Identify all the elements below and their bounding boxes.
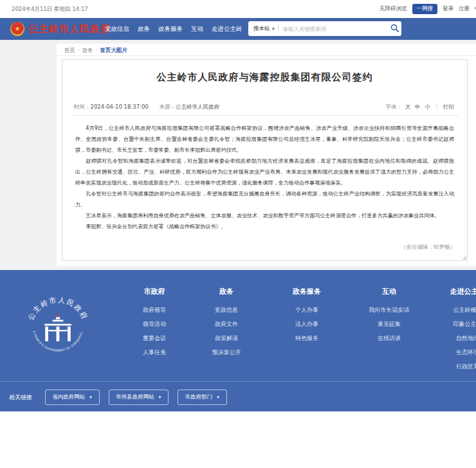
utility-bar: 2024年4月11日 星期四 14:17 无障碍浏览 一网搜 登录 注册 中国政… <box>0 0 476 18</box>
related-dropdown-county[interactable]: 市州县政府网站 ▼ <box>109 390 169 405</box>
article-title: 公主岭市人民政府与海露控股集团有限公司签约 <box>62 71 467 84</box>
meta-divider: | <box>435 104 437 110</box>
chevron-down-icon: ▼ <box>158 395 161 399</box>
footer-link[interactable]: 自然地理 <box>428 331 476 345</box>
article-paragraph: 4月9日，公主岭市人民政府与海露控股集团有限公司签署战略合作框架协议，围绕涉农产… <box>75 123 454 156</box>
site-footer: 公主岭市人民政府 THE PEOPLE'S GOVERNMENT OF GONG… <box>0 270 476 411</box>
breadcrumb-divider <box>57 55 476 56</box>
footer-link[interactable]: 特色服务 <box>267 331 347 345</box>
footer-link[interactable]: 领导活动 <box>114 317 194 331</box>
nav-item-govaffairs[interactable]: 政务 <box>138 25 150 33</box>
footer-link[interactable]: 印象公主岭 <box>428 317 476 331</box>
footer-column-title[interactable]: 互动 <box>349 287 429 296</box>
footer-column-title[interactable]: 市政府 <box>114 287 194 296</box>
footer-column-title[interactable]: 政务 <box>187 287 266 296</box>
breadcrumb: 首页·政务·首页大图片 <box>64 47 127 55</box>
related-links-row: 相关链接 省内政府网站 ▼ 市州县政府网站 ▼ 市政府部门 ▼ <box>9 384 227 410</box>
national-emblem-icon: ★ <box>10 22 24 36</box>
font-size-medium[interactable]: 中 <box>415 104 421 110</box>
publish-time: 2024-04-10 18:37:00 <box>91 104 149 110</box>
article-box: 公主岭市人民政府与海露控股集团有限公司签约 时间：2024-04-10 18:3… <box>62 59 468 261</box>
footer-link[interactable]: 政策解读 <box>187 331 266 345</box>
site-header: ★ 公主岭市人民政府 党政信息 政务 政务服务 互动 走进公主岭 搜本站 ▼ <box>0 18 476 40</box>
related-dropdown-provincial[interactable]: 省内政府网站 ▼ <box>45 390 100 405</box>
search-button[interactable] <box>387 21 401 36</box>
breadcrumb-section[interactable]: 政务 <box>82 47 93 53</box>
font-controls: 字体： 大 中 小 | 打印 <box>386 104 455 111</box>
resize-handle-icon[interactable] <box>462 255 466 260</box>
chevron-down-icon: ▼ <box>272 26 275 31</box>
footer-link[interactable]: 党政信息 <box>187 303 266 317</box>
main-nav: 党政信息 政务 政务服务 互动 走进公主岭 <box>105 18 243 40</box>
footer-column-title[interactable]: 走进公主岭 <box>428 287 476 296</box>
bottom-bar: ★ 政府网站 找错 主办单位：公主岭市人民政府 办公地址：吉林省公主岭市西公主大… <box>0 411 476 468</box>
footer-link[interactable]: 人事任免 <box>114 345 194 359</box>
editor-note: （责任编辑：邹梦畅） <box>401 244 455 251</box>
footer-column-city-gov: 市政府 政府领导 领导活动 重要会议 人事任免 <box>114 287 194 359</box>
font-label: 字体： <box>386 104 403 110</box>
search-scope-select[interactable]: 搜本站 <box>253 25 270 33</box>
nav-item-gov-services[interactable]: 政务服务 <box>158 25 183 33</box>
chevron-down-icon: ▼ <box>89 395 93 399</box>
content-area: 首页·政务·首页大图片 公主岭市人民政府与海露控股集团有限公司签约 时间：202… <box>0 40 476 270</box>
footer-link[interactable]: 我向市长说实话 <box>349 303 429 317</box>
search-input[interactable] <box>279 26 387 32</box>
breadcrumb-separator: · <box>78 47 80 53</box>
government-seal-icon: 公主岭市人民政府 THE PEOPLE'S GOVERNMENT OF GONG… <box>24 294 91 361</box>
seal-gate-graphic <box>44 314 71 341</box>
source-value: 公主岭市人民政府 <box>176 104 219 110</box>
footer-column-interaction: 互动 我向市长说实话 意见征集 在线访谈 <box>349 287 429 345</box>
footer-link[interactable]: 法人办事 <box>267 317 347 331</box>
print-button[interactable]: 打印 <box>443 104 454 110</box>
source-label: 来源： <box>159 104 176 110</box>
footer-column-govaffairs: 政务 党政信息 政府文件 政策解读 预决算公开 <box>187 287 266 359</box>
time-label: 时间： <box>74 104 91 110</box>
nav-item-about-city[interactable]: 走进公主岭 <box>212 25 243 33</box>
footer-divider <box>0 381 476 382</box>
footer-column-title[interactable]: 政务服务 <box>267 287 347 296</box>
footer-link[interactable]: 行政区划 <box>428 359 476 374</box>
font-size-small[interactable]: 小 <box>425 104 430 110</box>
article-body: 4月9日，公主岭市人民政府与海露控股集团有限公司签署战略合作框架协议，围绕涉农产… <box>75 123 454 232</box>
related-links-label: 相关链接 <box>9 393 32 402</box>
site-title: 公主岭市人民政府 <box>28 18 111 40</box>
utility-links: 无障碍浏览 一网搜 登录 注册 中国政府网 <box>380 0 476 18</box>
article-meta: 时间：2024-04-10 18:37:00 来源：公主岭市人民政府 字体： 大… <box>74 104 455 111</box>
article-paragraph: 孔令智对公主岭市与海露集团的签约合作表示祝贺，希望海露集团充分施展自身所长，调动… <box>75 188 454 210</box>
content-panel: 首页·政务·首页大图片 公主岭市人民政府与海露控股集团有限公司签约 时间：202… <box>57 44 476 266</box>
onesearch-badge[interactable]: 一网搜 <box>412 4 438 14</box>
related-dropdown-label: 市州县政府网站 <box>116 393 154 401</box>
footer-link[interactable]: 在线访谈 <box>349 331 429 345</box>
footer-link[interactable]: 政府文件 <box>187 317 266 331</box>
accessibility-link[interactable]: 无障碍浏览 <box>380 5 407 13</box>
register-link[interactable]: 注册 <box>459 5 470 13</box>
footer-link[interactable]: 意见征集 <box>349 317 429 331</box>
login-link[interactable]: 登录 <box>443 5 453 13</box>
breadcrumb-current[interactable]: 首页大图片 <box>100 47 127 53</box>
chevron-down-icon: ▼ <box>216 395 220 399</box>
breadcrumb-home[interactable]: 首页 <box>64 47 75 53</box>
related-dropdown-departments[interactable]: 市政府部门 ▼ <box>178 390 226 405</box>
footer-link[interactable]: 公主岭概况 <box>428 303 476 317</box>
search-box: 搜本站 ▼ <box>248 21 401 36</box>
footer-column-services: 政务服务 个人办事 法人办事 特色服务 <box>267 287 347 345</box>
breadcrumb-separator: · <box>96 47 98 53</box>
related-dropdown-label: 省内政府网站 <box>52 393 85 401</box>
footer-column-about-city: 走进公主岭 公主岭概况 印象公主岭 自然地理 生态环境 行政区划 <box>428 287 476 374</box>
datetime-text: 2024年4月11日 星期四 14:17 <box>12 0 88 18</box>
footer-link[interactable]: 重要会议 <box>114 331 194 345</box>
search-icon <box>390 24 399 34</box>
page: 2024年4月11日 星期四 14:17 无障碍浏览 一网搜 登录 注册 中国政… <box>0 0 476 468</box>
article-paragraph: 赵师骐对孔令智和海露集团表示诚挚欢迎，对台盟吉林省委会牵线搭桥助力地方经济发展表… <box>75 156 454 188</box>
font-size-large[interactable]: 大 <box>405 104 411 110</box>
footer-link[interactable]: 生态环境 <box>428 345 476 359</box>
footer-link[interactable]: 预决算公开 <box>187 345 266 359</box>
nav-item-party-gov-info[interactable]: 党政信息 <box>105 25 129 33</box>
article-paragraph: 王冰星表示，海露集团将利用自身优势在农产品销售、立体农服、农业技术、农业和数字资… <box>75 210 454 221</box>
nav-item-interaction[interactable]: 互动 <box>191 25 203 33</box>
related-dropdown-label: 市政府部门 <box>185 393 212 401</box>
article-paragraph: 李冠辉、张兴金分别代表双方签署《战略合作框架协议书》。 <box>75 221 454 232</box>
meta-divider-line <box>70 115 459 116</box>
footer-link[interactable]: 个人办事 <box>267 303 347 317</box>
footer-link[interactable]: 政府领导 <box>114 303 194 317</box>
